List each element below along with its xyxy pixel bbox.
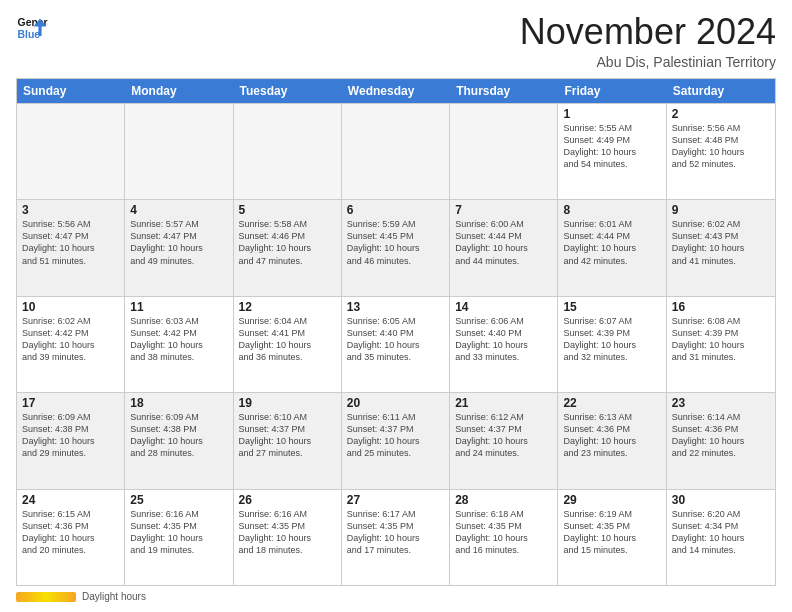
day-info: Sunrise: 6:00 AM Sunset: 4:44 PM Dayligh… <box>455 218 552 267</box>
day-cell-7: 7Sunrise: 6:00 AM Sunset: 4:44 PM Daylig… <box>450 200 558 295</box>
day-info: Sunrise: 6:03 AM Sunset: 4:42 PM Dayligh… <box>130 315 227 364</box>
day-cell-12: 12Sunrise: 6:04 AM Sunset: 4:41 PM Dayli… <box>234 297 342 392</box>
day-number: 5 <box>239 203 336 217</box>
day-info: Sunrise: 6:11 AM Sunset: 4:37 PM Dayligh… <box>347 411 444 460</box>
day-number: 11 <box>130 300 227 314</box>
month-title: November 2024 <box>520 12 776 52</box>
day-cell-5: 5Sunrise: 5:58 AM Sunset: 4:46 PM Daylig… <box>234 200 342 295</box>
day-cell-25: 25Sunrise: 6:16 AM Sunset: 4:35 PM Dayli… <box>125 490 233 585</box>
day-header-thursday: Thursday <box>450 79 558 103</box>
day-cell-27: 27Sunrise: 6:17 AM Sunset: 4:35 PM Dayli… <box>342 490 450 585</box>
day-info: Sunrise: 6:02 AM Sunset: 4:43 PM Dayligh… <box>672 218 770 267</box>
day-number: 4 <box>130 203 227 217</box>
day-cell-24: 24Sunrise: 6:15 AM Sunset: 4:36 PM Dayli… <box>17 490 125 585</box>
day-cell-2: 2Sunrise: 5:56 AM Sunset: 4:48 PM Daylig… <box>667 104 775 199</box>
day-cell-30: 30Sunrise: 6:20 AM Sunset: 4:34 PM Dayli… <box>667 490 775 585</box>
day-info: Sunrise: 6:13 AM Sunset: 4:36 PM Dayligh… <box>563 411 660 460</box>
day-cell-29: 29Sunrise: 6:19 AM Sunset: 4:35 PM Dayli… <box>558 490 666 585</box>
day-info: Sunrise: 6:12 AM Sunset: 4:37 PM Dayligh… <box>455 411 552 460</box>
daylight-bar-icon <box>16 592 76 602</box>
day-info: Sunrise: 6:16 AM Sunset: 4:35 PM Dayligh… <box>239 508 336 557</box>
day-number: 15 <box>563 300 660 314</box>
day-number: 29 <box>563 493 660 507</box>
day-header-sunday: Sunday <box>17 79 125 103</box>
day-info: Sunrise: 6:15 AM Sunset: 4:36 PM Dayligh… <box>22 508 119 557</box>
week-row-3: 10Sunrise: 6:02 AM Sunset: 4:42 PM Dayli… <box>17 296 775 392</box>
day-number: 6 <box>347 203 444 217</box>
day-info: Sunrise: 5:56 AM Sunset: 4:48 PM Dayligh… <box>672 122 770 171</box>
day-number: 30 <box>672 493 770 507</box>
day-number: 8 <box>563 203 660 217</box>
day-info: Sunrise: 6:09 AM Sunset: 4:38 PM Dayligh… <box>130 411 227 460</box>
week-row-4: 17Sunrise: 6:09 AM Sunset: 4:38 PM Dayli… <box>17 392 775 488</box>
empty-cell <box>17 104 125 199</box>
day-number: 16 <box>672 300 770 314</box>
day-info: Sunrise: 6:01 AM Sunset: 4:44 PM Dayligh… <box>563 218 660 267</box>
day-number: 13 <box>347 300 444 314</box>
day-header-friday: Friday <box>558 79 666 103</box>
day-number: 27 <box>347 493 444 507</box>
day-info: Sunrise: 6:07 AM Sunset: 4:39 PM Dayligh… <box>563 315 660 364</box>
day-cell-3: 3Sunrise: 5:56 AM Sunset: 4:47 PM Daylig… <box>17 200 125 295</box>
day-cell-4: 4Sunrise: 5:57 AM Sunset: 4:47 PM Daylig… <box>125 200 233 295</box>
day-cell-17: 17Sunrise: 6:09 AM Sunset: 4:38 PM Dayli… <box>17 393 125 488</box>
day-cell-18: 18Sunrise: 6:09 AM Sunset: 4:38 PM Dayli… <box>125 393 233 488</box>
day-cell-20: 20Sunrise: 6:11 AM Sunset: 4:37 PM Dayli… <box>342 393 450 488</box>
day-number: 7 <box>455 203 552 217</box>
day-info: Sunrise: 6:17 AM Sunset: 4:35 PM Dayligh… <box>347 508 444 557</box>
logo: General Blue <box>16 12 48 44</box>
day-number: 22 <box>563 396 660 410</box>
page: General Blue November 2024 Abu Dis, Pale… <box>0 0 792 612</box>
day-info: Sunrise: 6:09 AM Sunset: 4:38 PM Dayligh… <box>22 411 119 460</box>
day-cell-16: 16Sunrise: 6:08 AM Sunset: 4:39 PM Dayli… <box>667 297 775 392</box>
day-cell-6: 6Sunrise: 5:59 AM Sunset: 4:45 PM Daylig… <box>342 200 450 295</box>
day-info: Sunrise: 5:55 AM Sunset: 4:49 PM Dayligh… <box>563 122 660 171</box>
week-row-2: 3Sunrise: 5:56 AM Sunset: 4:47 PM Daylig… <box>17 199 775 295</box>
day-number: 3 <box>22 203 119 217</box>
day-number: 14 <box>455 300 552 314</box>
day-info: Sunrise: 5:58 AM Sunset: 4:46 PM Dayligh… <box>239 218 336 267</box>
day-number: 28 <box>455 493 552 507</box>
day-info: Sunrise: 6:19 AM Sunset: 4:35 PM Dayligh… <box>563 508 660 557</box>
day-number: 9 <box>672 203 770 217</box>
day-cell-19: 19Sunrise: 6:10 AM Sunset: 4:37 PM Dayli… <box>234 393 342 488</box>
day-number: 20 <box>347 396 444 410</box>
day-cell-26: 26Sunrise: 6:16 AM Sunset: 4:35 PM Dayli… <box>234 490 342 585</box>
day-info: Sunrise: 6:04 AM Sunset: 4:41 PM Dayligh… <box>239 315 336 364</box>
day-info: Sunrise: 6:06 AM Sunset: 4:40 PM Dayligh… <box>455 315 552 364</box>
day-number: 23 <box>672 396 770 410</box>
day-cell-11: 11Sunrise: 6:03 AM Sunset: 4:42 PM Dayli… <box>125 297 233 392</box>
day-header-tuesday: Tuesday <box>234 79 342 103</box>
footer: Daylight hours <box>16 591 776 602</box>
day-cell-1: 1Sunrise: 5:55 AM Sunset: 4:49 PM Daylig… <box>558 104 666 199</box>
day-info: Sunrise: 5:59 AM Sunset: 4:45 PM Dayligh… <box>347 218 444 267</box>
calendar-body: 1Sunrise: 5:55 AM Sunset: 4:49 PM Daylig… <box>17 103 775 585</box>
day-number: 17 <box>22 396 119 410</box>
day-number: 18 <box>130 396 227 410</box>
day-info: Sunrise: 6:20 AM Sunset: 4:34 PM Dayligh… <box>672 508 770 557</box>
day-header-monday: Monday <box>125 79 233 103</box>
day-cell-8: 8Sunrise: 6:01 AM Sunset: 4:44 PM Daylig… <box>558 200 666 295</box>
calendar: SundayMondayTuesdayWednesdayThursdayFrid… <box>16 78 776 586</box>
empty-cell <box>125 104 233 199</box>
day-info: Sunrise: 6:10 AM Sunset: 4:37 PM Dayligh… <box>239 411 336 460</box>
empty-cell <box>450 104 558 199</box>
svg-text:Blue: Blue <box>18 29 41 40</box>
day-info: Sunrise: 6:18 AM Sunset: 4:35 PM Dayligh… <box>455 508 552 557</box>
day-header-saturday: Saturday <box>667 79 775 103</box>
logo-icon: General Blue <box>16 12 48 44</box>
day-info: Sunrise: 6:14 AM Sunset: 4:36 PM Dayligh… <box>672 411 770 460</box>
empty-cell <box>234 104 342 199</box>
daylight-label: Daylight hours <box>82 591 146 602</box>
day-number: 25 <box>130 493 227 507</box>
day-info: Sunrise: 5:57 AM Sunset: 4:47 PM Dayligh… <box>130 218 227 267</box>
week-row-5: 24Sunrise: 6:15 AM Sunset: 4:36 PM Dayli… <box>17 489 775 585</box>
day-number: 26 <box>239 493 336 507</box>
day-number: 21 <box>455 396 552 410</box>
day-info: Sunrise: 6:08 AM Sunset: 4:39 PM Dayligh… <box>672 315 770 364</box>
day-header-wednesday: Wednesday <box>342 79 450 103</box>
day-number: 19 <box>239 396 336 410</box>
day-number: 10 <box>22 300 119 314</box>
week-row-1: 1Sunrise: 5:55 AM Sunset: 4:49 PM Daylig… <box>17 103 775 199</box>
day-cell-22: 22Sunrise: 6:13 AM Sunset: 4:36 PM Dayli… <box>558 393 666 488</box>
